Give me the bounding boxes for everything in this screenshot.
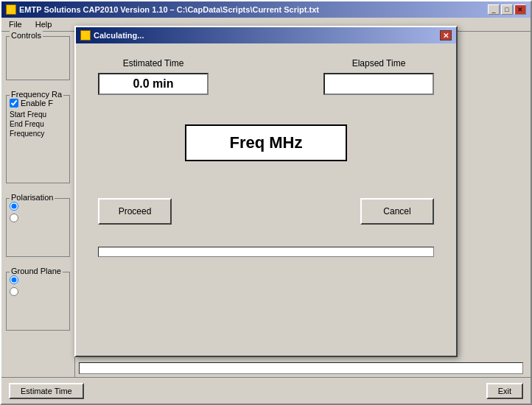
radio-row-2	[10, 214, 66, 222]
main-window: ⚡ EMTP Solutions CAP2010 Version 1.10 – …	[0, 0, 532, 405]
proceed-button[interactable]: Proceed	[98, 198, 172, 225]
freq-display-text: Freq MHz	[230, 133, 303, 152]
menu-help[interactable]: Help	[32, 19, 55, 29]
polarisation-group: Polarisation	[6, 198, 70, 257]
elapsed-time-input[interactable]	[323, 73, 434, 95]
exit-button[interactable]: Exit	[486, 383, 523, 399]
main-title-left: ⚡ EMTP Solutions CAP2010 Version 1.10 – …	[6, 4, 319, 15]
modal-overlay: ⚡ Calculating... ✕ Estimated Time Elapse…	[1, 1, 531, 404]
end-freq-label: End Frequ	[10, 120, 66, 128]
dialog-icon: ⚡	[80, 30, 91, 40]
estimated-time-group: Estimated Time	[98, 58, 209, 95]
dialog-progress-bar	[98, 247, 434, 257]
calculating-dialog: ⚡ Calculating... ✕ Estimated Time Elapse…	[74, 26, 458, 357]
enable-label: Enable F	[21, 99, 53, 108]
ground-label: Ground Plane	[10, 267, 63, 275]
time-row: Estimated Time Elapsed Time	[98, 58, 434, 95]
elapsed-time-label: Elapsed Time	[352, 58, 406, 68]
elapsed-time-group: Elapsed Time	[323, 58, 434, 95]
start-freq-label: Start Frequ	[10, 110, 66, 119]
radio-gnd-2[interactable]	[10, 287, 18, 296]
dialog-body: Estimated Time Elapsed Time Freq MHz Pro…	[76, 43, 456, 356]
estimated-time-input[interactable]	[98, 73, 209, 95]
radio-row-1	[10, 202, 66, 211]
freq-display: Freq MHz	[185, 124, 347, 161]
controls-label: Controls	[10, 31, 43, 40]
menu-file[interactable]: File	[6, 19, 25, 29]
radio-gnd-1[interactable]	[10, 275, 18, 284]
enable-checkbox-row: Enable F	[10, 99, 66, 108]
dialog-titlebar: ⚡ Calculating... ✕	[76, 27, 456, 43]
frequency-label: Frequency Ra	[10, 90, 63, 99]
main-titlebar: ⚡ EMTP Solutions CAP2010 Version 1.10 – …	[1, 1, 531, 18]
main-progress-bar	[79, 362, 523, 374]
ground-radio-row-1	[10, 275, 66, 284]
dialog-close-button[interactable]: ✕	[440, 30, 452, 40]
close-button[interactable]: ✕	[514, 4, 526, 15]
main-title-text: EMTP Solutions CAP2010 Version 1.10 – C:…	[19, 5, 319, 14]
polarisation-label: Polarisation	[10, 193, 55, 202]
sidebar: Controls Frequency Ra Enable F Start Fre…	[1, 32, 75, 403]
enable-checkbox[interactable]	[10, 99, 18, 108]
bottom-bar: Estimate Time Exit	[1, 377, 531, 404]
cancel-button[interactable]: Cancel	[360, 198, 434, 225]
frequency-label2: Frequency	[10, 130, 66, 138]
maximize-button[interactable]: □	[501, 4, 513, 15]
frequency-group: Frequency Ra Enable F Start Frequ End Fr…	[6, 95, 70, 183]
dialog-button-row: Proceed Cancel	[98, 198, 434, 225]
main-window-controls: _ □ ✕	[488, 4, 526, 15]
estimate-time-button[interactable]: Estimate Time	[9, 383, 84, 399]
dialog-title-text: Calculating...	[94, 31, 144, 40]
controls-group: Controls	[6, 36, 70, 80]
minimize-button[interactable]: _	[488, 4, 500, 15]
radio-pol-2[interactable]	[10, 214, 18, 222]
estimated-time-label: Estimated Time	[123, 58, 184, 68]
app-icon: ⚡	[6, 4, 16, 15]
ground-plane-group: Ground Plane	[6, 272, 70, 331]
dialog-title-left: ⚡ Calculating...	[80, 30, 144, 40]
ground-radio-row-2	[10, 287, 66, 296]
radio-pol-1[interactable]	[10, 202, 18, 211]
